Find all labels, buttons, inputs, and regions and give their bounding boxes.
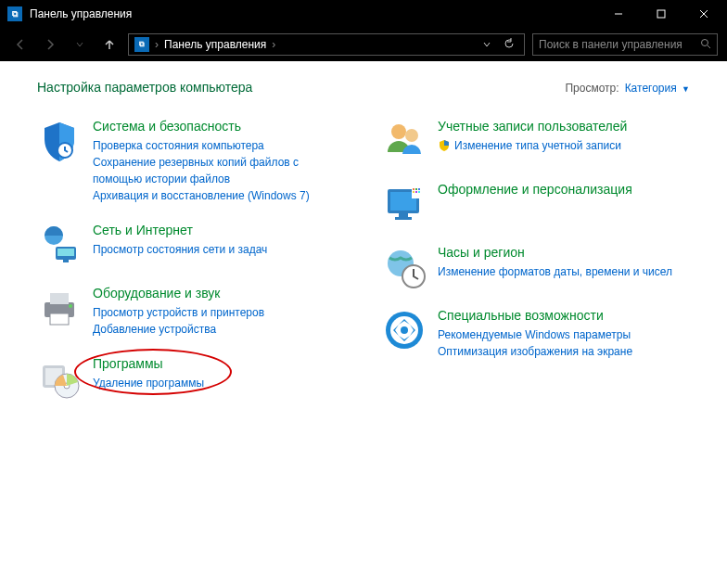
svg-point-36	[401, 326, 408, 334]
backup-restore-win7-link[interactable]: Архивация и восстановление (Windows 7)	[93, 187, 345, 204]
address-dropdown-button[interactable]	[479, 38, 494, 51]
svg-rect-12	[50, 293, 69, 304]
category-system-security: Система и безопасность Проверка состояни…	[37, 119, 345, 204]
user-accounts-link[interactable]: Учетные записи пользователей	[438, 119, 627, 134]
svg-rect-10	[63, 260, 69, 262]
address-bar[interactable]: ⧉ › Панель управления ›	[128, 33, 525, 56]
window-title: Панель управления	[30, 7, 597, 20]
category-columns: Система и безопасность Проверка состояни…	[37, 119, 690, 419]
back-button[interactable]	[9, 33, 32, 56]
file-history-backup-link[interactable]: Сохранение резервных копий файлов с помо…	[93, 154, 345, 187]
svg-rect-1	[657, 10, 665, 18]
maximize-button[interactable]	[640, 0, 682, 28]
navbar: ⧉ › Панель управления ›	[0, 28, 727, 61]
minimize-button[interactable]	[597, 0, 640, 28]
view-by-label: Просмотр:	[565, 82, 619, 95]
right-column: Учетные записи пользователей Изменение т…	[382, 119, 690, 419]
add-device-link[interactable]: Добавление устройства	[93, 321, 264, 338]
search-icon	[700, 38, 711, 52]
svg-rect-24	[413, 188, 415, 190]
left-column: Система и безопасность Проверка состояни…	[37, 119, 345, 419]
printer-icon	[37, 286, 82, 330]
content-header: Настройка параметров компьютера Просмотр…	[37, 80, 690, 95]
chevron-down-icon: ▼	[682, 84, 690, 94]
clock-region-link[interactable]: Часы и регион	[438, 245, 672, 260]
check-computer-status-link[interactable]: Проверка состояния компьютера	[93, 137, 345, 154]
content-area: Настройка параметров компьютера Просмотр…	[0, 61, 727, 588]
category-network: Сеть и Интернет Просмотр состояния сети …	[37, 223, 345, 267]
svg-point-19	[391, 124, 406, 139]
uninstall-program-link[interactable]: Удаление программы	[93, 375, 204, 391]
network-internet-link[interactable]: Сеть и Интернет	[93, 223, 267, 237]
programs-link[interactable]: Программы	[93, 356, 204, 371]
page-title: Настройка параметров компьютера	[37, 80, 565, 95]
svg-rect-27	[413, 191, 415, 193]
system-security-link[interactable]: Система и безопасность	[93, 119, 345, 134]
clock-globe-icon	[382, 245, 427, 289]
svg-line-5	[708, 45, 710, 48]
programs-disc-icon	[37, 356, 82, 401]
breadcrumb-item[interactable]: Панель управления	[164, 38, 266, 51]
view-by-dropdown[interactable]: Категория ▼	[625, 82, 690, 95]
optimize-display-link[interactable]: Оптимизация изображения на экране	[438, 343, 632, 360]
svg-point-20	[405, 129, 418, 142]
window-controls	[597, 0, 725, 28]
appearance-personalization-link[interactable]: Оформление и персонализация	[438, 182, 632, 197]
svg-point-4	[702, 39, 708, 45]
category-user-accounts: Учетные записи пользователей Изменение т…	[382, 119, 690, 163]
svg-rect-30	[399, 213, 408, 217]
svg-rect-29	[418, 191, 420, 193]
search-input[interactable]	[539, 38, 696, 51]
search-box[interactable]	[532, 33, 718, 56]
network-icon	[37, 223, 82, 267]
category-clock-region: Часы и регион Изменение форматов даты, в…	[382, 245, 690, 289]
network-status-link[interactable]: Просмотр состояния сети и задач	[93, 241, 267, 258]
svg-rect-13	[50, 313, 69, 325]
titlebar: ⧉ Панель управления	[0, 0, 727, 28]
svg-rect-26	[418, 188, 420, 190]
date-time-formats-link[interactable]: Изменение форматов даты, времени и чисел	[438, 263, 672, 280]
view-by-value: Категория	[625, 82, 677, 95]
shield-icon	[37, 119, 82, 163]
user-accounts-icon	[382, 119, 427, 163]
svg-rect-31	[395, 217, 412, 220]
devices-printers-link[interactable]: Просмотр устройств и принтеров	[93, 304, 264, 321]
control-panel-icon: ⧉	[134, 37, 149, 52]
refresh-button[interactable]	[500, 38, 518, 52]
svg-point-14	[69, 304, 72, 308]
category-programs: Программы Удаление программы	[37, 356, 345, 401]
breadcrumb-separator-icon: ›	[272, 38, 275, 51]
category-appearance: Оформление и персонализация	[382, 182, 690, 226]
forward-button[interactable]	[39, 33, 61, 56]
hardware-sound-link[interactable]: Оборудование и звук	[93, 286, 264, 300]
ease-of-access-link[interactable]: Специальные возможности	[438, 308, 632, 323]
recommended-settings-link[interactable]: Рекомендуемые Windows параметры	[438, 326, 632, 343]
svg-rect-28	[415, 191, 417, 193]
ease-of-access-icon	[382, 308, 427, 352]
recent-dropdown-button[interactable]	[69, 33, 91, 56]
breadcrumb-separator-icon: ›	[155, 38, 159, 51]
category-ease-of-access: Специальные возможности Рекомендуемые Wi…	[382, 308, 690, 360]
change-account-type-link[interactable]: Изменение типа учетной записи	[454, 137, 621, 154]
svg-rect-25	[415, 188, 417, 190]
control-panel-window: ⧉ Панель управления ⧉	[0, 0, 727, 588]
category-hardware: Оборудование и звук Просмотр устройств и…	[37, 286, 345, 338]
uac-shield-icon	[438, 139, 451, 152]
up-button[interactable]	[98, 33, 121, 56]
personalization-icon	[382, 182, 427, 226]
close-button[interactable]	[682, 0, 725, 28]
svg-rect-9	[57, 249, 74, 256]
control-panel-app-icon: ⧉	[7, 6, 22, 21]
